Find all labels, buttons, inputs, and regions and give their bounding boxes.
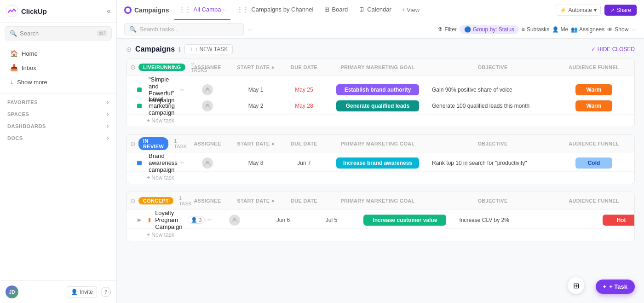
funnel-3[interactable]: Cold [557, 157, 631, 169]
goal-btn-4: Increase customer value [363, 215, 446, 226]
sidebar-item-home[interactable]: 🏠 Home [3, 47, 114, 60]
goal-btn-2: Generate qualified leads [336, 100, 419, 111]
table-row: Brand awareness campaign ✏ May 8 Jun 7 I… [126, 152, 634, 172]
dashboards-label: DASHBOARDS [7, 123, 46, 129]
plus-icon: + [190, 46, 193, 52]
start-date-2: May 2 [230, 103, 281, 109]
sidebar-section-dashboards[interactable]: DASHBOARDS › [0, 119, 116, 131]
docs-label: DOCS [7, 135, 23, 141]
goal-3[interactable]: Increase brand awareness [327, 157, 428, 169]
live-running-badge: LIVE/RUNNING [138, 64, 185, 71]
group-live-collapse[interactable]: ⊙ [130, 64, 136, 71]
task-edit-icon-4[interactable]: ✏ [207, 217, 212, 223]
invite-icon: 👤 [71, 289, 78, 295]
sidebar-item-inbox[interactable]: 📥 Inbox [3, 61, 114, 75]
assignee-3[interactable] [184, 157, 230, 169]
col-objective-3: OBJECTIVE [428, 198, 557, 204]
new-task-live-btn[interactable]: + New task [126, 115, 634, 127]
task-search-input[interactable]: 🔍 Search tasks... [124, 23, 244, 35]
hide-closed-button[interactable]: ✓ HIDE CLOSED [591, 46, 635, 52]
help-button[interactable]: ? [101, 287, 111, 297]
sidebar-section-docs[interactable]: DOCS › [0, 131, 116, 143]
subtasks-icon: ≡ [522, 26, 525, 33]
content-area: ⊙ Campaigns ℹ + + NEW TASK ✓ HIDE CLOSED… [117, 39, 644, 303]
start-date-3: May 8 [230, 160, 281, 166]
goal-2[interactable]: Generate qualified leads [327, 100, 428, 111]
sidebar-show-more-label: Show more [17, 79, 47, 86]
top-nav: Campaigns ⋮⋮ All Campa··· ⋮⋮ Campaigns b… [117, 0, 644, 20]
assignee-4[interactable] [212, 215, 258, 226]
task-name-col-2: Email marketing campaign [149, 95, 184, 116]
col-objective-2: OBJECTIVE [428, 141, 557, 146]
dashboards-chevron: › [107, 123, 109, 129]
campaign-info-icon[interactable]: ℹ [178, 46, 181, 53]
funnel-1[interactable]: Warm [557, 84, 631, 95]
task-edit-icon-3[interactable]: ✏ [180, 160, 184, 166]
tab-calendar[interactable]: 🗓 Calendar [354, 0, 396, 20]
task-name-4: Loyalty Program Campaign [155, 210, 185, 230]
search-kbd: ⌘/ [97, 30, 107, 36]
page-icon: Campaigns [124, 6, 169, 14]
topnav-right: ⚡ Automate ▾ ↗ Share [556, 5, 637, 16]
goal-btn-1: Establish brand authority [336, 84, 419, 95]
sidebar-collapse-btn[interactable]: « [107, 7, 111, 15]
group-header-live: ⊙ LIVE/RUNNING 2 TASKS ASSIGNEE START DA… [126, 58, 634, 76]
tab-campaigns-by-channel[interactable]: ⋮⋮ Campaigns by Channel [232, 0, 318, 20]
search-bar[interactable]: 🔍 Search ⌘/ [5, 26, 112, 41]
tab-all-campaigns-icon: ⋮⋮ [179, 6, 191, 13]
share-label: Share [616, 7, 631, 13]
share-button[interactable]: ↗ Share [604, 5, 637, 16]
group-concept-collapse[interactable]: ⊙ [130, 197, 136, 204]
assignees-button[interactable]: 👥 Assignees [571, 26, 604, 33]
task-edit-icon-1[interactable]: ✏ [180, 87, 184, 93]
col-goal-1: PRIMARY MARKETING GOAL [327, 64, 428, 70]
group-review-collapse[interactable]: ⊙ [130, 140, 136, 147]
logo: ClickUp [6, 5, 47, 17]
automate-button[interactable]: ⚡ Automate ▾ [556, 5, 601, 16]
more-options-button[interactable]: ··· [631, 26, 637, 33]
objective-2: Generate 100 qualified leads this month [428, 103, 557, 109]
col-due-date-1: DUE DATE [281, 64, 327, 70]
add-view-label: + View [402, 6, 420, 13]
task-color-3 [130, 161, 149, 165]
tab-board[interactable]: ⊞ Board [320, 0, 352, 20]
home-icon: 🏠 [10, 50, 18, 57]
search-placeholder: Search tasks... [139, 26, 179, 33]
subtask-badge-4[interactable]: 👤 3 [188, 216, 205, 224]
new-task-review-btn[interactable]: + New task [126, 172, 634, 184]
me-button[interactable]: 👤 Me [552, 26, 568, 33]
new-task-header-button[interactable]: + + NEW TASK [184, 44, 233, 54]
task-name-3: Brand awareness campaign [149, 152, 178, 173]
apps-fab-button[interactable]: ⊞ [568, 277, 584, 294]
add-view-button[interactable]: + View [398, 6, 423, 13]
toolbar-more-dots[interactable]: ··· [247, 26, 253, 33]
group-by-button[interactable]: 🔵 Group by: Status [460, 25, 519, 34]
campaign-collapse-btn[interactable]: ⊙ [126, 46, 132, 53]
group-live-running: ⊙ LIVE/RUNNING 2 TASKS ASSIGNEE START DA… [126, 58, 635, 127]
goal-1[interactable]: Establish brand authority [327, 84, 428, 95]
new-task-concept-btn[interactable]: + New task [126, 229, 634, 241]
filter-button[interactable]: ⚗ Filter [437, 26, 457, 33]
show-button[interactable]: 👁 Show [607, 26, 628, 33]
clickup-logo-icon [6, 5, 18, 17]
assignee-2[interactable] [184, 100, 230, 111]
goal-4[interactable]: Increase customer value [354, 215, 455, 226]
funnel-2[interactable]: Warm [557, 100, 631, 111]
expand-icon-4[interactable]: ▶ [138, 217, 141, 223]
funnel-4[interactable]: Hot [584, 215, 635, 226]
subtasks-button[interactable]: ≡ Subtasks [522, 26, 549, 33]
add-task-fab-button[interactable]: + + Task [596, 280, 635, 294]
sidebar-section-spaces[interactable]: SPACES › [0, 107, 116, 119]
funnel-btn-1: Warm [575, 84, 612, 95]
table-row: ▶ Loyalty Program Campaign 👤 3 ✏ [126, 210, 634, 229]
sidebar-section-favorites[interactable]: FAVORITES › [0, 95, 116, 107]
tab-all-campaigns[interactable]: ⋮⋮ All Campa··· [174, 0, 230, 20]
task-name-2: Email marketing campaign [149, 95, 184, 116]
sidebar-item-show-more[interactable]: ↓ Show more [3, 75, 114, 89]
assignee-1[interactable] [184, 84, 230, 95]
toolbar: 🔍 Search tasks... ··· ⚗ Filter 🔵 Group b… [117, 20, 644, 39]
sidebar: ClickUp « 🔍 Search ⌘/ 🏠 Home 📥 Inbox ↓ S… [0, 0, 117, 303]
invite-button[interactable]: 👤 Invite [67, 286, 97, 297]
group-icon: 🔵 [464, 26, 471, 33]
filter-icon: ⚗ [437, 26, 443, 33]
